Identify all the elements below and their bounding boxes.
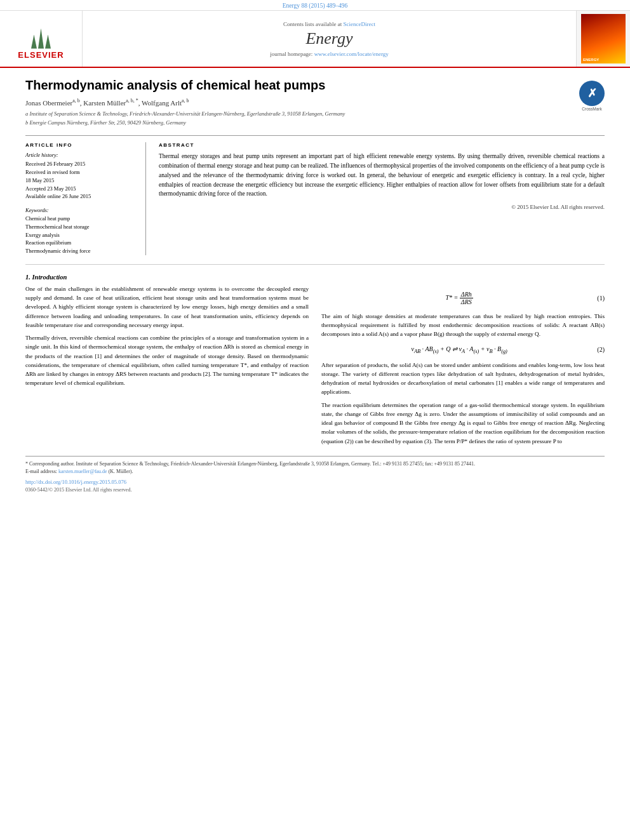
section-divider <box>25 264 605 265</box>
available-date: Available online 26 June 2015 <box>25 192 137 201</box>
keyword-3: Exergy analysis <box>25 231 137 239</box>
keywords-label: Keywords: <box>25 207 137 213</box>
affiliation-a: a Institute of Separation Science & Tech… <box>25 110 605 118</box>
equation-2: νAB · AB(s) + Q ⇌ νA · A(s) + νB · B(g) … <box>321 343 605 357</box>
citation-text: Energy 88 (2015) 489–496 <box>283 3 347 9</box>
author1-name: Jonas Obermeier <box>25 99 72 107</box>
intro-section: One of the main challenges in the establ… <box>25 284 605 450</box>
revised-date: 18 May 2015 <box>25 177 137 185</box>
journal-name: Energy <box>305 29 352 48</box>
citation-bar: Energy 88 (2015) 489–496 <box>0 0 630 11</box>
thumb-image: ENERGY <box>581 14 626 63</box>
sciencedirect-label: Contents lists available at ScienceDirec… <box>283 21 375 27</box>
journal-header: ELSEVIER Contents lists available at Sci… <box>0 11 630 68</box>
doi-line: http://dx.doi.org/10.1016/j.energy.2015.… <box>25 478 605 486</box>
author1-sup: a, b <box>72 98 80 103</box>
eq1-number: (1) <box>597 295 605 302</box>
history-label: Article history: <box>25 152 137 158</box>
right-para3: The reaction equilibrium determines the … <box>321 401 605 446</box>
authors-line: Jonas Obermeiera, b, Karsten Müllera, b,… <box>25 98 605 107</box>
accepted-date: Accepted 23 May 2015 <box>25 185 137 193</box>
author2-name: , Karsten Müller <box>80 99 126 107</box>
footnote-email: E-mail address: karsten.mueller@fau.de (… <box>25 468 605 476</box>
journal-thumbnail: ENERGY <box>576 11 630 67</box>
sciencedirect-link[interactable]: ScienceDirect <box>344 21 375 27</box>
crossmark-icon: ✗ <box>579 81 605 106</box>
homepage-link[interactable]: www.elsevier.com/locate/energy <box>314 51 389 57</box>
article-history: Article history: Received 26 February 20… <box>25 152 137 201</box>
eq1-content: T* = ΔRh ΔRS <box>321 291 597 305</box>
journal-center: Contents lists available at ScienceDirec… <box>83 11 576 67</box>
eq2-number: (2) <box>597 346 605 353</box>
journal-homepage: journal homepage: www.elsevier.com/locat… <box>270 51 389 57</box>
keyword-2: Thermochemical heat storage <box>25 223 137 231</box>
received-date: Received 26 February 2015 <box>25 160 137 168</box>
author3-sup: a, b <box>182 98 189 103</box>
elsevier-text: ELSEVIER <box>18 50 64 60</box>
author2-sup: a, b, * <box>126 98 138 103</box>
eq1-fraction: ΔRh ΔRS <box>460 291 473 305</box>
eq1-lhs: T* = <box>446 294 460 301</box>
right-para2: After separation of products, the solid … <box>321 361 605 397</box>
section-1-title: 1. Introduction <box>25 274 605 281</box>
intro-para1: One of the main challenges in the establ… <box>25 284 309 388</box>
article-info-header: ARTICLE INFO <box>25 142 137 148</box>
article-body: ✗ CrossMark Thermodynamic analysis of ch… <box>0 68 630 500</box>
keyword-1: Chemical heat pump <box>25 215 137 223</box>
footnote-star: * Corresponding author. Institute of Sep… <box>25 460 605 468</box>
author3-name: , Wolfgang Arlt <box>138 99 182 107</box>
doi-link[interactable]: http://dx.doi.org/10.1016/j.energy.2015.… <box>25 479 126 485</box>
elsevier-logo-area: ELSEVIER <box>0 11 83 67</box>
equation-1: T* = ΔRh ΔRS (1) <box>321 288 605 308</box>
abstract-col: ABSTRACT Thermal energy storages and hea… <box>159 142 605 255</box>
keyword-4: Reaction equilibrium <box>25 239 137 247</box>
keywords-section: Keywords: Chemical heat pump Thermochemi… <box>25 207 137 255</box>
copyright-text: © 2015 Elsevier Ltd. All rights reserved… <box>159 204 605 210</box>
issn-line: 0360-5442/© 2015 Elsevier Ltd. All right… <box>25 486 605 494</box>
crossmark-badge: ✗ CrossMark <box>579 81 605 111</box>
abstract-header: ABSTRACT <box>159 142 605 148</box>
abstract-text: Thermal energy storages and heat pump un… <box>159 152 605 199</box>
article-info-abstract: ARTICLE INFO Article history: Received 2… <box>25 135 605 255</box>
eq2-content: νAB · AB(s) + Q ⇌ νA · A(s) + νB · B(g) <box>321 345 597 354</box>
footnote-area: * Corresponding author. Institute of Sep… <box>25 456 605 494</box>
email-link[interactable]: karsten.mueller@fau.de <box>58 469 107 474</box>
affiliation-b: b Energie Campus Nürnberg, Fürther Str, … <box>25 119 605 127</box>
intro-right-col: T* = ΔRh ΔRS (1) The aim of high storage… <box>321 284 605 450</box>
right-para1: The aim of high storage densities at mod… <box>321 312 605 339</box>
received-revised-label: Received in revised form <box>25 168 137 177</box>
keyword-5: Thermodynamic driving force <box>25 247 137 255</box>
article-title: Thermodynamic analysis of chemical heat … <box>25 78 605 93</box>
article-info-col: ARTICLE INFO Article history: Received 2… <box>25 142 146 255</box>
intro-left-col: One of the main challenges in the establ… <box>25 284 309 450</box>
